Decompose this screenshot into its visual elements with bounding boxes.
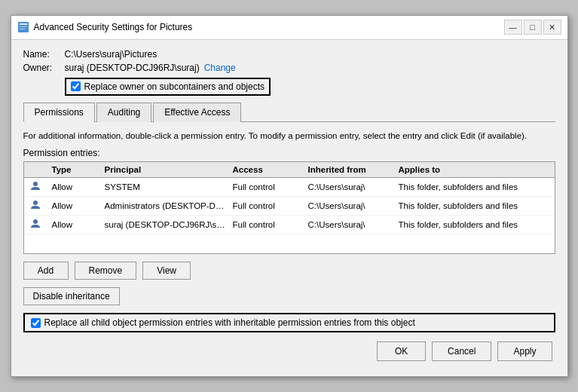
user-icon	[29, 199, 41, 211]
add-button[interactable]: Add	[23, 262, 69, 280]
table-row[interactable]: Allow SYSTEM Full control C:\Users\suraj…	[24, 178, 555, 197]
svg-point-6	[33, 219, 38, 224]
disable-inheritance-button[interactable]: Disable inheritance	[23, 287, 120, 305]
table-body: Allow SYSTEM Full control C:\Users\suraj…	[24, 178, 555, 253]
col-access: Access	[231, 164, 306, 175]
cell-principal: suraj (DESKTOP-DCJ96RJ\suraj)	[102, 219, 231, 230]
cell-icon	[27, 198, 50, 213]
ok-button[interactable]: OK	[377, 341, 426, 361]
cell-principal: SYSTEM	[102, 182, 231, 192]
cell-type: Allow	[50, 219, 102, 230]
tab-bar: Permissions Auditing Effective Access	[23, 102, 555, 122]
change-owner-link[interactable]: Change	[204, 63, 236, 73]
cell-applies: This folder, subfolders and files	[396, 201, 552, 211]
svg-rect-2	[20, 26, 27, 27]
owner-row: Owner: suraj (DESKTOP-DCJ96RJ\suraj) Cha…	[23, 63, 555, 73]
svg-rect-1	[20, 23, 27, 25]
cell-access: Full control	[231, 201, 306, 211]
view-button[interactable]: View	[142, 262, 191, 280]
minimize-button[interactable]: —	[504, 20, 522, 35]
permissions-table: Type Principal Access Inherited from App…	[23, 161, 555, 254]
tab-auditing[interactable]: Auditing	[96, 103, 151, 122]
cancel-button[interactable]: Cancel	[432, 341, 491, 361]
dialog-buttons: OK Cancel Apply	[23, 341, 555, 367]
tab-permissions[interactable]: Permissions	[23, 103, 95, 122]
maximize-button[interactable]: □	[524, 20, 542, 35]
cell-icon	[27, 179, 50, 194]
col-applies: Applies to	[396, 164, 552, 175]
window-icon	[17, 21, 29, 33]
cell-principal: Administrators (DESKTOP-DC...	[102, 201, 231, 211]
owner-value: suraj (DESKTOP-DCJ96RJ\suraj)	[65, 63, 200, 73]
owner-label: Owner:	[23, 63, 65, 73]
col-icon	[27, 164, 50, 175]
table-row[interactable]: Allow Administrators (DESKTOP-DC... Full…	[24, 197, 555, 216]
replace-child-label[interactable]: Replace all child object permission entr…	[44, 317, 415, 328]
cell-inherited: C:\Users\suraj\	[306, 219, 396, 230]
user-icon	[29, 218, 41, 230]
cell-type: Allow	[50, 182, 102, 192]
window-controls: — □ ✕	[504, 20, 561, 35]
cell-applies: This folder, subfolders and files	[396, 219, 552, 230]
cell-access: Full control	[231, 182, 306, 192]
name-row: Name: C:\Users\suraj\Pictures	[23, 49, 555, 60]
remove-button[interactable]: Remove	[75, 262, 137, 280]
close-button[interactable]: ✕	[543, 20, 561, 35]
titlebar: Advanced Security Settings for Pictures …	[11, 16, 567, 40]
cell-access: Full control	[231, 219, 306, 230]
user-icon	[29, 180, 41, 192]
svg-point-4	[33, 182, 38, 186]
name-value: C:\Users\suraj\Pictures	[65, 49, 157, 60]
col-type: Type	[50, 164, 102, 175]
replace-child-checkbox[interactable]	[31, 318, 41, 328]
cell-inherited: C:\Users\suraj\	[306, 182, 396, 192]
window-title: Advanced Security Settings for Pictures	[34, 22, 193, 32]
apply-button[interactable]: Apply	[497, 341, 552, 361]
cell-icon	[27, 217, 50, 232]
svg-rect-3	[20, 29, 25, 29]
bottom-checkbox-row: Replace all child object permission entr…	[23, 313, 555, 332]
tab-effective-access[interactable]: Effective Access	[153, 103, 241, 122]
cell-type: Allow	[50, 201, 102, 211]
action-buttons: Add Remove View	[23, 262, 555, 280]
replace-owner-label[interactable]: Replace owner on subcontainers and objec…	[84, 81, 265, 92]
cell-applies: This folder, subfolders and files	[396, 182, 552, 192]
cell-inherited: C:\Users\suraj\	[306, 201, 396, 211]
col-principal: Principal	[102, 164, 231, 175]
info-text: For additional information, double-click…	[23, 130, 555, 142]
permission-entries-label: Permission entries:	[23, 148, 555, 158]
table-row[interactable]: Allow suraj (DESKTOP-DCJ96RJ\suraj) Full…	[24, 216, 555, 234]
name-label: Name:	[23, 49, 65, 60]
svg-point-5	[33, 201, 38, 205]
col-inherited: Inherited from	[306, 164, 396, 175]
table-header: Type Principal Access Inherited from App…	[24, 162, 555, 178]
replace-owner-checkbox[interactable]	[71, 81, 81, 91]
